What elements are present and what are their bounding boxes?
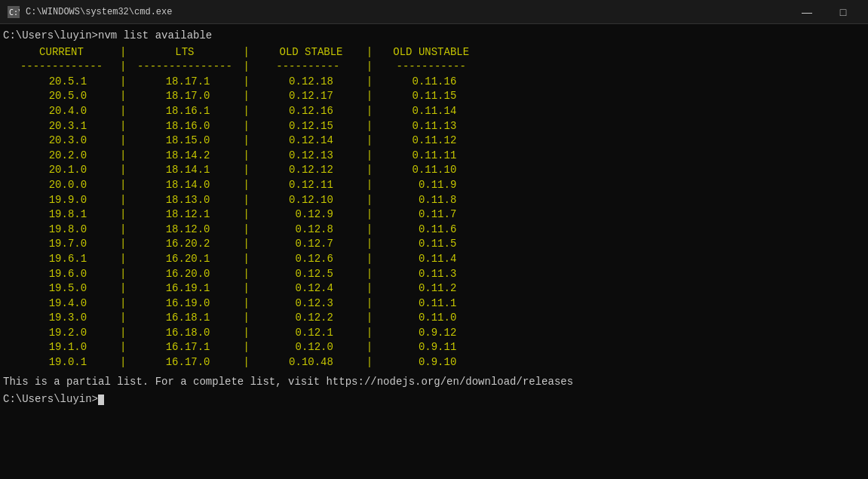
- cell-old-stable: 0.12.13: [250, 149, 367, 164]
- table-row: 19.4.0| 16.19.0| 0.12.3| 0.11.1: [3, 296, 865, 312]
- vsep2: |: [243, 193, 249, 208]
- cell-old-stable: 0.12.9: [250, 207, 367, 223]
- cell-lts: 16.20.1: [126, 252, 243, 267]
- vsep3: |: [367, 134, 373, 149]
- cell-old-unstable: 0.11.2: [373, 281, 489, 296]
- cell-old-unstable: 0.11.4: [373, 252, 489, 267]
- vsep2: |: [243, 45, 249, 60]
- cell-old-unstable: 0.11.14: [373, 104, 489, 119]
- table-row: 19.8.1| 18.12.1| 0.12.9| 0.11.7: [3, 207, 865, 223]
- vsep1: |: [120, 326, 126, 341]
- cell-old-unstable: 0.11.0: [373, 311, 489, 326]
- cell-current: 20.1.0: [3, 163, 120, 178]
- table-row: 20.2.0| 18.14.2| 0.12.13| 0.11.11: [3, 149, 865, 164]
- cell-old-stable: 0.10.48: [250, 355, 367, 370]
- vsep1: |: [120, 237, 126, 252]
- cell-current: 19.3.0: [3, 311, 120, 326]
- cell-old-stable: 0.12.11: [250, 178, 367, 193]
- cell-old-unstable: 0.11.3: [373, 267, 489, 282]
- table-row: 20.4.0| 18.16.1| 0.12.16| 0.11.14: [3, 104, 865, 119]
- vsep1: |: [120, 340, 126, 355]
- cell-current: 19.7.0: [3, 237, 120, 252]
- minimize-button[interactable]: —: [790, 0, 824, 24]
- header-old-unstable: OLD UNSTABLE: [373, 45, 489, 60]
- vsep2: |: [243, 178, 249, 193]
- cell-old-stable: 0.12.7: [250, 237, 367, 252]
- header-old-stable: OLD STABLE: [250, 45, 367, 60]
- table-row: 20.5.1| 18.17.1| 0.12.18| 0.11.16: [3, 75, 865, 90]
- cell-current: 20.2.0: [3, 149, 120, 164]
- cell-lts: 18.17.1: [126, 75, 243, 90]
- cell-current: 20.0.0: [3, 178, 120, 193]
- vsep3: |: [367, 281, 373, 296]
- vsep3: |: [367, 89, 373, 104]
- cell-old-stable: 0.12.17: [250, 89, 367, 104]
- data-rows: 20.5.1| 18.17.1| 0.12.18| 0.11.16 20.5.0…: [3, 75, 865, 370]
- table-row: 19.2.0| 16.18.0| 0.12.1| 0.9.12: [3, 326, 865, 341]
- vsep1: |: [120, 178, 126, 193]
- cell-lts: 18.14.0: [126, 178, 243, 193]
- cell-old-stable: 0.12.8: [250, 223, 367, 238]
- vsep2: |: [243, 296, 249, 312]
- cell-lts: 16.18.0: [126, 326, 243, 341]
- vsep2: |: [243, 326, 249, 341]
- prompt-line: C:\Users\luyin>: [3, 392, 865, 407]
- div-current: -------------: [3, 60, 120, 75]
- vsep2: |: [243, 252, 249, 267]
- cell-lts: 18.16.1: [126, 104, 243, 119]
- divider-row: ------------- | --------------- | ------…: [3, 60, 865, 75]
- title-bar: C:\ C:\WINDOWS\system32\cmd.exe — □: [0, 0, 868, 24]
- cell-current: 19.8.0: [3, 223, 120, 238]
- cell-old-unstable: 0.11.11: [373, 149, 489, 164]
- vsep3: |: [367, 178, 373, 193]
- table-row: 19.8.0| 18.12.0| 0.12.8| 0.11.6: [3, 223, 865, 238]
- window-controls: — □: [790, 0, 860, 24]
- cell-current: 19.4.0: [3, 296, 120, 312]
- cell-old-unstable: 0.11.13: [373, 119, 489, 134]
- header-current: CURRENT: [3, 45, 120, 60]
- table-row: 19.3.0| 16.18.1| 0.12.2| 0.11.0: [3, 311, 865, 326]
- vsep1: |: [120, 119, 126, 134]
- vsep2: |: [243, 223, 249, 238]
- table-row: 19.1.0| 16.17.1| 0.12.0| 0.9.11: [3, 340, 865, 355]
- vsep2: |: [243, 267, 249, 282]
- vsep1: |: [120, 163, 126, 178]
- vsep3: |: [367, 75, 373, 90]
- table-row: 20.1.0| 18.14.1| 0.12.12| 0.11.10: [3, 163, 865, 178]
- vsep1: |: [120, 355, 126, 370]
- cell-old-stable: 0.12.5: [250, 267, 367, 282]
- vsep3d: |: [367, 60, 373, 75]
- cell-old-unstable: 0.11.5: [373, 237, 489, 252]
- cell-lts: 16.17.1: [126, 340, 243, 355]
- vsep3: |: [367, 104, 373, 119]
- table-row: 19.5.0| 16.19.1| 0.12.4| 0.11.2: [3, 281, 865, 296]
- table-row: 19.0.1| 16.17.0| 0.10.48| 0.9.10: [3, 355, 865, 370]
- vsep1: |: [120, 75, 126, 90]
- cell-old-stable: 0.12.0: [250, 340, 367, 355]
- cell-old-stable: 0.12.2: [250, 311, 367, 326]
- header-row: CURRENT | LTS | OLD STABLE | OLD UNSTABL…: [3, 45, 865, 60]
- div-old-unstable: -----------: [373, 60, 489, 75]
- vsep2: |: [243, 163, 249, 178]
- maximize-button[interactable]: □: [826, 0, 860, 24]
- table-row: 20.3.0| 18.15.0| 0.12.14| 0.11.12: [3, 134, 865, 149]
- cell-current: 20.4.0: [3, 104, 120, 119]
- command-line: C:\Users\luyin>nvm list available: [3, 29, 865, 44]
- cell-old-unstable: 0.9.10: [373, 355, 489, 370]
- cell-lts: 18.15.0: [126, 134, 243, 149]
- vsep2: |: [243, 104, 249, 119]
- vsep2: |: [243, 281, 249, 296]
- vsep1: |: [120, 104, 126, 119]
- vsep2: |: [243, 340, 249, 355]
- header-lts: LTS: [126, 45, 243, 60]
- cell-current: 19.8.1: [3, 207, 120, 223]
- table-row: 20.0.0| 18.14.0| 0.12.11| 0.11.9: [3, 178, 865, 193]
- cell-current: 19.1.0: [3, 340, 120, 355]
- vsep2d: |: [243, 60, 249, 75]
- cell-lts: 18.13.0: [126, 193, 243, 208]
- cell-current: 20.5.1: [3, 75, 120, 90]
- vsep2: |: [243, 149, 249, 164]
- vsep2: |: [243, 237, 249, 252]
- vsep3: |: [367, 252, 373, 267]
- table-row: 19.9.0| 18.13.0| 0.12.10| 0.11.8: [3, 193, 865, 208]
